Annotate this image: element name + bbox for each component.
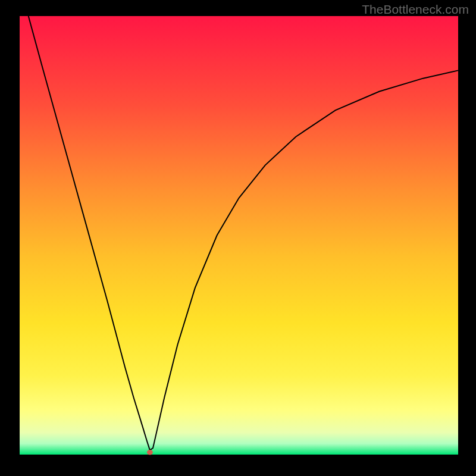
chart-wrap: TheBottleneck.com	[0, 0, 476, 476]
watermark-text: TheBottleneck.com	[362, 2, 469, 17]
minimum-marker	[147, 450, 153, 455]
plot-background	[20, 16, 458, 455]
chart-svg	[0, 0, 476, 476]
